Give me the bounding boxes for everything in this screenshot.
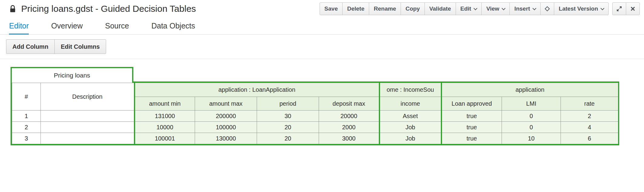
- column-header-income[interactable]: income: [379, 97, 441, 111]
- group-header-loan-application[interactable]: application : LoanApplication: [135, 83, 379, 97]
- column-header-rate[interactable]: rate: [561, 97, 618, 111]
- cell-deposit-max[interactable]: 2000: [319, 122, 379, 133]
- view-menu-button[interactable]: View: [481, 2, 510, 15]
- caret-down-icon: [600, 6, 604, 10]
- cell-loan-approved[interactable]: true: [441, 133, 502, 144]
- window-button-group: [612, 2, 640, 15]
- decision-table-area: Pricing loans # Description application …: [11, 67, 644, 145]
- cell-deposit-max[interactable]: 20000: [319, 111, 379, 122]
- description-cell[interactable]: [41, 111, 135, 122]
- validate-button[interactable]: Validate: [424, 2, 456, 15]
- table-row: 2 10000 100000 20 2000 Job true 0 4: [12, 122, 618, 133]
- rename-button[interactable]: Rename: [369, 2, 401, 15]
- decision-table: # Description application : LoanApplicat…: [11, 81, 619, 145]
- cell-period[interactable]: 20: [257, 133, 319, 144]
- group-header-income-source[interactable]: ome : IncomeSou: [379, 83, 441, 97]
- toolbar: Save Delete Rename Copy Validate Edit Vi…: [320, 2, 640, 15]
- row-number-cell[interactable]: 2: [12, 122, 41, 133]
- latest-version-label: Latest Version: [559, 5, 598, 12]
- cell-lmi[interactable]: 0: [502, 122, 561, 133]
- tab-editor[interactable]: Editor: [9, 18, 29, 35]
- table-row: 1 131000 200000 30 20000 Asset true 0 2: [12, 111, 618, 122]
- cell-income[interactable]: Job: [379, 133, 441, 144]
- view-menu-label: View: [486, 5, 499, 12]
- decision-table-title: Pricing loans: [54, 72, 90, 79]
- edit-menu-button[interactable]: Edit: [456, 2, 482, 15]
- cell-rate[interactable]: 6: [561, 133, 618, 144]
- cell-loan-approved[interactable]: true: [441, 122, 502, 133]
- row-number-cell[interactable]: 3: [12, 133, 41, 144]
- cell-amount-max[interactable]: 200000: [195, 111, 257, 122]
- column-header-amount-max[interactable]: amount max: [195, 97, 257, 111]
- tab-source[interactable]: Source: [105, 18, 129, 35]
- merge-toggle-button[interactable]: [540, 2, 554, 15]
- cell-amount-min[interactable]: 131000: [135, 111, 195, 122]
- decision-table-grid: # Description application : LoanApplicat…: [12, 83, 618, 144]
- expand-icon: [616, 6, 622, 12]
- group-header-row: # Description application : LoanApplicat…: [12, 83, 618, 97]
- tab-bar: Editor Overview Source Data Objects: [0, 18, 644, 35]
- save-button[interactable]: Save: [320, 2, 343, 15]
- column-header-description[interactable]: Description: [41, 83, 135, 111]
- tab-overview[interactable]: Overview: [51, 18, 83, 35]
- cell-lmi[interactable]: 0: [502, 111, 561, 122]
- cell-period[interactable]: 20: [257, 122, 319, 133]
- decision-table-title-tab[interactable]: Pricing loans: [11, 67, 133, 83]
- column-header-amount-min[interactable]: amount min: [135, 97, 195, 111]
- row-number-cell[interactable]: 1: [12, 111, 41, 122]
- cell-lmi[interactable]: 10: [502, 133, 561, 144]
- column-header-number[interactable]: #: [12, 83, 41, 111]
- titlebar: Pricing loans.gdst - Guided Decision Tab…: [0, 0, 644, 18]
- cell-amount-max[interactable]: 100000: [195, 122, 257, 133]
- caret-down-icon: [532, 6, 536, 10]
- lock-icon: [9, 5, 16, 13]
- edit-columns-button[interactable]: Edit Columns: [54, 39, 106, 54]
- insert-menu-button[interactable]: Insert: [509, 2, 541, 15]
- description-cell[interactable]: [41, 133, 135, 144]
- add-column-button[interactable]: Add Column: [6, 39, 55, 54]
- cell-loan-approved[interactable]: true: [441, 111, 502, 122]
- caret-down-icon: [502, 6, 506, 10]
- column-header-lmi[interactable]: LMI: [502, 97, 561, 111]
- edit-menu-label: Edit: [460, 5, 471, 12]
- expand-button[interactable]: [612, 2, 626, 15]
- guided-decision-tables-page: Pricing loans.gdst - Guided Decision Tab…: [0, 0, 644, 192]
- table-row: 3 100001 130000 20 3000 Job true 10 6: [12, 133, 618, 144]
- description-cell[interactable]: [41, 122, 135, 133]
- column-actions-bar: Add Column Edit Columns: [0, 35, 644, 59]
- cell-income[interactable]: Asset: [379, 111, 441, 122]
- close-icon: [630, 6, 636, 12]
- latest-version-dropdown[interactable]: Latest Version: [554, 2, 609, 15]
- cell-period[interactable]: 30: [257, 111, 319, 122]
- group-header-application[interactable]: application: [441, 83, 618, 97]
- title-group: Pricing loans.gdst - Guided Decision Tab…: [9, 4, 196, 14]
- tab-data-objects[interactable]: Data Objects: [151, 18, 195, 35]
- cell-amount-max[interactable]: 130000: [195, 133, 257, 144]
- cell-rate[interactable]: 4: [561, 122, 618, 133]
- cell-amount-min[interactable]: 10000: [135, 122, 195, 133]
- column-header-period[interactable]: period: [257, 97, 319, 111]
- delete-button[interactable]: Delete: [342, 2, 369, 15]
- cell-amount-min[interactable]: 100001: [135, 133, 195, 144]
- cell-rate[interactable]: 2: [561, 111, 618, 122]
- cell-income[interactable]: Job: [379, 122, 441, 133]
- copy-button[interactable]: Copy: [401, 2, 425, 15]
- column-header-loan-approved[interactable]: Loan approved: [441, 97, 502, 111]
- close-button[interactable]: [626, 2, 640, 15]
- cell-deposit-max[interactable]: 3000: [319, 133, 379, 144]
- caret-down-icon: [474, 6, 478, 10]
- main-button-group: Save Delete Rename Copy Validate Edit Vi…: [320, 2, 609, 15]
- page-title: Pricing loans.gdst - Guided Decision Tab…: [21, 4, 196, 14]
- column-header-deposit-max[interactable]: deposit max: [319, 97, 379, 111]
- insert-menu-label: Insert: [514, 5, 530, 12]
- diamond-icon: [545, 6, 550, 12]
